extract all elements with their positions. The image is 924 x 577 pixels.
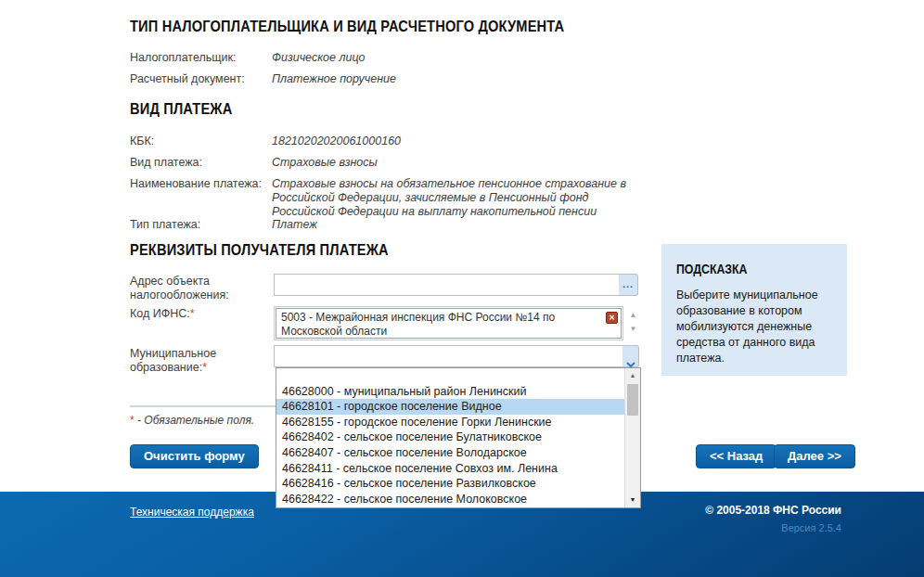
version-text: Версия 2.5.4 (705, 522, 841, 533)
scroll-up-icon[interactable]: ▲ (625, 368, 640, 383)
dropdown-option[interactable]: 46628402 - сельское поселение Булатников… (276, 430, 624, 445)
address-label: Адрес объекта налогообложения: (130, 275, 269, 302)
dropdown-option[interactable]: 46628422 - сельское поселение Молоковско… (276, 492, 624, 507)
clear-form-button[interactable]: Очистить форму (130, 444, 259, 468)
dropdown-option[interactable]: 46628000 - муниципальный район Ленинский (276, 384, 624, 400)
scroll-down-icon[interactable]: ▼ (625, 493, 640, 507)
ifns-value: 5003 - Межрайонная инспекция ФНС России … (281, 311, 555, 338)
dropdown-option[interactable]: 46628155 - городское поселение Горки Лен… (276, 415, 624, 430)
scroll-up-icon[interactable]: ▲ (626, 309, 640, 323)
section-title-recipient: РЕКВИЗИТЫ ПОЛУЧАТЕЛЯ ПЛАТЕЖА (130, 241, 389, 260)
payment-type-value: Платеж (272, 218, 635, 232)
address-more-button[interactable]: ... (619, 274, 638, 296)
remove-ifns-icon[interactable]: ✕ (606, 312, 618, 324)
address-input[interactable] (274, 274, 620, 296)
dropdown-option[interactable]: 46628416 - сельское поселение Развилковс… (276, 476, 624, 492)
scrollbar-thumb[interactable] (627, 384, 638, 416)
ifns-scrollbar[interactable]: ▲ ▼ (626, 309, 640, 337)
municipality-dropdown-list: 46628000 - муниципальный район Ленинский… (276, 367, 641, 508)
taxpayer-value: Физическое лицо (272, 51, 635, 65)
payment-kind-value: Страховые взносы (272, 156, 635, 170)
section-title-taxpayer: ТИП НАЛОГОПЛАТЕЛЬЩИКА И ВИД РАСЧЕТНОГО Д… (130, 18, 564, 36)
dropdown-option[interactable]: 46628411 - сельское поселение Совхоз им.… (276, 461, 624, 477)
hint-box: ПОДСКАЗКА Выберите муниципальное образов… (661, 244, 847, 376)
municipality-dropdown-button[interactable] (622, 345, 639, 367)
taxpayer-label: Налогоплательщик: (130, 51, 269, 65)
ifns-selected-chip: 5003 - Межрайонная инспекция ФНС России … (276, 308, 622, 339)
section-title-payment-type: ВИД ПЛАТЕЖА (130, 100, 232, 119)
payment-name-value: Страховые взносы на обязательное пенсион… (272, 177, 635, 219)
kbk-label: КБК: (130, 135, 269, 148)
dropdown-option[interactable]: 46628407 - сельское поселение Володарско… (276, 445, 624, 461)
scroll-down-icon[interactable]: ▼ (626, 323, 640, 337)
back-button[interactable]: << Назад (696, 444, 776, 468)
kbk-value: 18210202020061000160 (272, 135, 635, 148)
ifns-label: Код ИФНС:* (130, 307, 269, 321)
hint-title: ПОДСКАЗКА (676, 262, 814, 276)
required-star: * (202, 361, 207, 374)
municipality-input[interactable] (274, 345, 623, 367)
ifns-field[interactable]: 5003 - Межрайонная инспекция ФНС России … (274, 306, 623, 340)
document-value: Платежное поручение (272, 72, 635, 86)
municipality-label: Муниципальное образование:* (130, 347, 269, 375)
dropdown-option-selected[interactable]: 46628101 - городское поселение Видное (276, 399, 624, 415)
required-fields-note: * - Обязательные поля. (130, 414, 254, 427)
next-button[interactable]: Далее >> (774, 444, 855, 468)
required-star: * (130, 414, 135, 427)
tech-support-link[interactable]: Техническая поддержка (130, 506, 254, 519)
payment-kind-label: Вид платежа: (130, 156, 269, 170)
dropdown-options: 46628000 - муниципальный район Ленинский… (276, 368, 624, 507)
dropdown-option-empty[interactable] (276, 368, 624, 384)
copyright-text: © 2005-2018 ФНС России (705, 504, 841, 517)
document-label: Расчетный документ: (130, 72, 269, 86)
required-star: * (190, 307, 195, 320)
dropdown-scrollbar[interactable]: ▲ ▼ (624, 368, 640, 507)
payment-name-label: Наименование платежа: (130, 177, 269, 191)
ellipsis-icon: ... (622, 278, 634, 289)
hint-text: Выберите муниципальное образование в кот… (676, 288, 832, 366)
payment-type-label: Тип платежа: (130, 218, 269, 232)
footer-right: © 2005-2018 ФНС России Версия 2.5.4 (705, 504, 841, 533)
payment-form-page: ТИП НАЛОГОПЛАТЕЛЬЩИКА И ВИД РАСЧЕТНОГО Д… (0, 0, 924, 577)
